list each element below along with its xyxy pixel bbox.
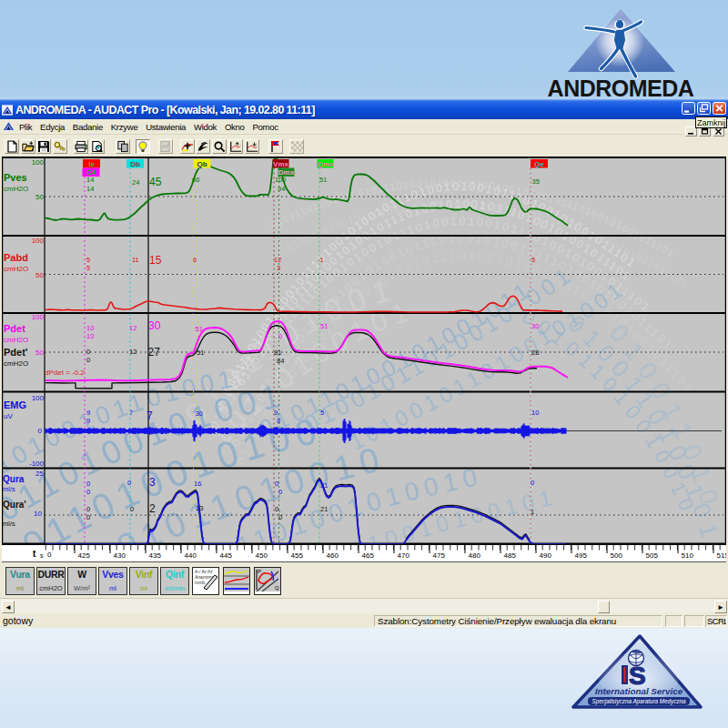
svg-text:0: 0	[278, 513, 282, 521]
svg-text:0: 0	[47, 551, 52, 559]
svg-text:10: 10	[531, 409, 539, 417]
svg-text:3: 3	[149, 476, 156, 489]
svg-text:5: 5	[86, 264, 90, 272]
svg-text:50: 50	[35, 271, 44, 279]
svg-text:475: 475	[433, 551, 446, 560]
svg-text:35: 35	[532, 177, 540, 186]
svg-text:21: 21	[320, 481, 328, 490]
svg-text:425: 425	[78, 551, 91, 560]
svg-text:9: 9	[86, 417, 90, 425]
svg-text:0: 0	[86, 488, 90, 496]
svg-text:50: 50	[35, 193, 44, 201]
svg-text:25: 25	[35, 470, 44, 478]
svg-text:11: 11	[132, 256, 139, 264]
svg-text:27: 27	[148, 346, 161, 359]
svg-text:12: 12	[274, 256, 281, 264]
svg-text:100: 100	[32, 237, 45, 245]
svg-text:10: 10	[86, 324, 94, 332]
svg-text:ml/s: ml/s	[3, 485, 15, 493]
svg-text:dPdet = -0.2: dPdet = -0.2	[45, 369, 85, 377]
svg-text:0: 0	[86, 513, 90, 521]
svg-text:0: 0	[278, 332, 282, 340]
svg-text:2: 2	[149, 502, 156, 515]
svg-text:5: 5	[320, 409, 324, 417]
svg-text:10: 10	[34, 510, 42, 518]
svg-text:495: 495	[575, 551, 588, 560]
svg-text:480: 480	[469, 551, 481, 560]
svg-text:30: 30	[148, 319, 161, 332]
svg-text:435: 435	[149, 551, 162, 560]
svg-text:485: 485	[504, 551, 517, 560]
svg-text:Specjalistyczna Aparatura Medy: Specjalistyczna Aparatura Medyczna	[592, 698, 686, 705]
svg-text:30: 30	[196, 410, 203, 418]
svg-text:9: 9	[274, 409, 278, 417]
svg-text:100: 100	[32, 158, 45, 167]
svg-text:5: 5	[531, 256, 535, 264]
svg-text:66: 66	[192, 176, 199, 184]
svg-text:cmH2O: cmH2O	[4, 359, 28, 368]
svg-text:1: 1	[531, 508, 534, 516]
svg-text:440: 440	[185, 551, 197, 560]
svg-text:Pabd: Pabd	[4, 252, 28, 263]
svg-text:505: 505	[646, 551, 659, 560]
svg-text:Db: Db	[130, 160, 140, 168]
svg-text:-1: -1	[318, 256, 324, 264]
svg-text:Pves: Pves	[4, 172, 27, 183]
svg-text:14: 14	[86, 185, 94, 193]
svg-text:12: 12	[129, 348, 136, 356]
svg-text:515: 515	[717, 551, 727, 560]
svg-text:7: 7	[129, 409, 133, 417]
svg-text:50: 50	[35, 349, 44, 357]
svg-text:0: 0	[86, 348, 90, 356]
svg-text:14: 14	[86, 176, 94, 184]
svg-text:-100: -100	[29, 460, 45, 468]
svg-text:0: 0	[278, 488, 282, 496]
svg-text:0: 0	[127, 479, 131, 487]
svg-text:10: 10	[86, 332, 94, 340]
svg-text:460: 460	[327, 551, 339, 560]
svg-text:0,: 0,	[275, 505, 280, 513]
svg-text:s: s	[40, 552, 44, 559]
svg-text:Qe: Qe	[534, 160, 544, 168]
svg-text:0: 0	[86, 505, 90, 513]
svg-text:International Service: International Service	[595, 686, 683, 696]
svg-text:Qmx: Qmx	[318, 160, 334, 168]
svg-text:100: 100	[275, 176, 287, 184]
svg-text:100: 100	[32, 313, 45, 321]
svg-text:Qura': Qura'	[3, 500, 26, 510]
svg-text:430: 430	[114, 551, 126, 560]
svg-text:12: 12	[129, 324, 136, 332]
svg-text:EMG: EMG	[4, 399, 26, 410]
svg-text:51: 51	[196, 325, 203, 333]
svg-text:30: 30	[531, 322, 539, 330]
svg-text:uV: uV	[4, 412, 13, 420]
svg-text:Pdet: Pdet	[4, 323, 25, 334]
svg-text:24: 24	[132, 178, 139, 187]
svg-text:Vmx: Vmx	[273, 160, 288, 168]
svg-text:15: 15	[149, 254, 162, 267]
svg-text:470: 470	[398, 551, 410, 560]
svg-text:8: 8	[277, 417, 280, 425]
svg-text:510: 510	[682, 551, 694, 560]
svg-text:5: 5	[86, 256, 90, 264]
svg-text:16: 16	[194, 480, 201, 488]
svg-text:84: 84	[277, 357, 284, 365]
svg-text:13: 13	[196, 504, 203, 512]
svg-text:ml/s: ml/s	[3, 520, 15, 528]
svg-text:45: 45	[149, 176, 162, 188]
svg-text:94: 94	[278, 185, 285, 193]
svg-text:cmH2O: cmH2O	[4, 336, 28, 344]
svg-text:Pdet': Pdet'	[4, 347, 28, 358]
svg-text:51: 51	[319, 176, 327, 184]
svg-text:Q: Q	[275, 585, 279, 591]
svg-text:7: 7	[147, 410, 153, 422]
svg-text:81: 81	[274, 349, 281, 357]
svg-text:465: 465	[362, 551, 375, 560]
svg-text:cmH2O: cmH2O	[4, 265, 28, 273]
svg-text:Qb: Qb	[197, 160, 207, 168]
svg-text:Qura: Qura	[3, 474, 25, 484]
svg-text:51: 51	[197, 349, 204, 357]
svg-text:0: 0	[38, 427, 43, 435]
svg-text:500: 500	[611, 551, 623, 560]
svg-text:51: 51	[320, 322, 328, 330]
